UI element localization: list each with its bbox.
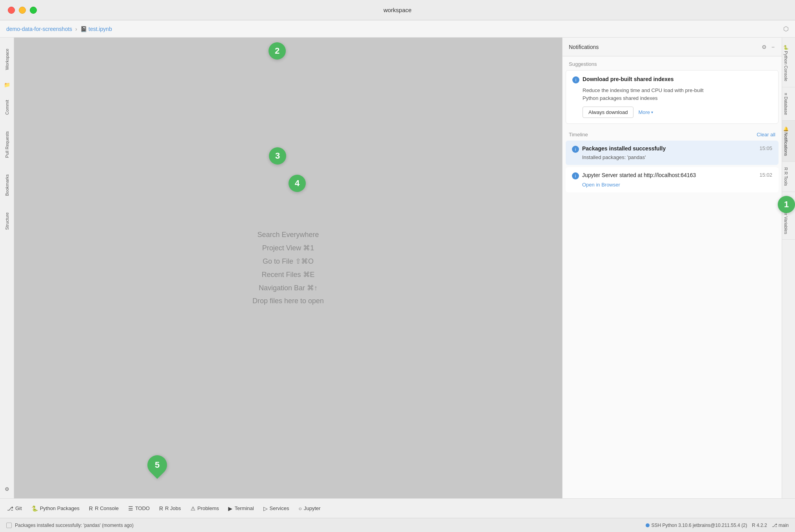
- right-tool-r-tools[interactable]: R R Tools: [782, 162, 795, 192]
- always-download-button[interactable]: Always download: [583, 107, 633, 118]
- step-badge-1: 1: [778, 196, 795, 213]
- toolbar-r-console[interactable]: R R Console: [85, 503, 123, 514]
- bottom-toolbar: ⎇ Git 🐍 Python Packages R R Console ☰ TO…: [0, 498, 795, 518]
- status-message: Packages installed successfully: 'pandas…: [15, 523, 134, 528]
- content-area: 3 4 Search Everywhere Project View ⌘1 Go…: [14, 38, 562, 498]
- timeline-item-title-2: Jupyter Server started at http://localho…: [582, 172, 696, 178]
- timeline-item-header-1: i Packages installed successfully 15:05: [572, 145, 772, 153]
- info-icon-jupyter: i: [572, 172, 579, 179]
- python-console-icon: 🐍: [784, 45, 788, 50]
- timeline-label: Timeline: [569, 132, 588, 138]
- status-left: Packages installed successfully: 'pandas…: [6, 523, 134, 528]
- project-view: Project View ⌘1: [262, 244, 314, 252]
- toolbar-problems[interactable]: ⚠ Problems: [187, 503, 223, 514]
- clear-all-button[interactable]: Clear all: [757, 132, 775, 138]
- right-tool-python-console[interactable]: 🐍 Python Console: [782, 39, 795, 87]
- timeline-title-row-2: i Jupyter Server started at http://local…: [572, 172, 756, 179]
- status-bar: Packages installed successfully: 'pandas…: [0, 518, 795, 532]
- breadcrumb-bar: demo-data-for-screenshots › 📓 test.ipynb…: [0, 20, 795, 38]
- timeline-title-row-1: i Packages installed successfully: [572, 145, 756, 153]
- git-label: Git: [15, 505, 22, 511]
- breadcrumb-separator: ›: [75, 26, 77, 32]
- jupyter-icon: ○: [298, 505, 301, 512]
- sidebar-item-settings[interactable]: ⚙: [1, 483, 13, 495]
- main-layout: Workspace 📁 Commit Pull Requests Bookmar…: [0, 38, 795, 498]
- suggestion-actions: Always download More ▾: [572, 107, 772, 118]
- breadcrumb-project[interactable]: demo-data-for-screenshots: [6, 26, 72, 32]
- toolbar-jupyter[interactable]: ○ Jupyter: [294, 503, 324, 514]
- toolbar-python-packages[interactable]: 🐍 Python Packages: [27, 503, 83, 514]
- drop-files: Drop files here to open: [252, 297, 324, 305]
- r-jobs-icon: R: [159, 505, 163, 512]
- settings-icon[interactable]: ⚙: [761, 43, 768, 51]
- right-tool-database[interactable]: ≡ Database: [782, 87, 795, 121]
- timeline-item-header-2: i Jupyter Server started at http://local…: [572, 172, 772, 179]
- step-badge-4: 4: [289, 175, 306, 192]
- close-button[interactable]: [8, 7, 15, 14]
- terminal-label: Terminal: [234, 505, 254, 511]
- terminal-icon: ▶: [228, 505, 232, 512]
- sidebar-item-commit[interactable]: Commit: [0, 92, 14, 123]
- git-branch[interactable]: ⎇ main: [772, 523, 789, 528]
- toolbar-git[interactable]: ⎇ Git: [3, 503, 26, 514]
- notifications-panel: 2 Notifications ⚙ − Suggestions i Downlo…: [562, 38, 782, 498]
- share-icon[interactable]: ⬡: [783, 25, 789, 33]
- timeline-time-1: 15:05: [759, 145, 772, 151]
- suggestion-description: Reduce the indexing time and CPU load wi…: [572, 87, 772, 102]
- timeline-time-2: 15:02: [759, 172, 772, 178]
- status-checkbox[interactable]: [6, 523, 12, 528]
- todo-icon: ☰: [128, 505, 133, 512]
- navigation-bar: Navigation Bar ⌘↑: [259, 284, 318, 292]
- toolbar-terminal[interactable]: ▶ Terminal: [224, 503, 258, 514]
- problems-label: Problems: [198, 505, 219, 511]
- recent-files: Recent Files ⌘E: [261, 270, 314, 279]
- notifications-title: Notifications: [569, 44, 599, 50]
- sidebar-item-pull-requests[interactable]: Pull Requests: [0, 123, 14, 166]
- ssh-indicator: [646, 523, 650, 527]
- right-tool-notifications[interactable]: 🔔 Notifications: [782, 121, 795, 162]
- r-console-icon: R: [89, 505, 93, 512]
- chevron-down-icon: ▾: [651, 110, 653, 114]
- r-console-label: R Console: [95, 505, 119, 511]
- step-badge-3: 3: [269, 147, 286, 165]
- notifications-icon: 🔔: [784, 126, 788, 131]
- window-title: workspace: [383, 7, 412, 13]
- status-ssh[interactable]: SSH Python 3.10.6 jetbrains@10.211.55.4 …: [646, 523, 747, 528]
- info-icon: i: [572, 76, 579, 83]
- info-icon-packages: i: [572, 146, 579, 153]
- step-badge-2: 2: [269, 42, 286, 60]
- r-version: R 4.2.2: [752, 523, 767, 528]
- close-panel-icon[interactable]: −: [771, 43, 775, 51]
- file-icon: 📓: [80, 26, 87, 32]
- database-icon: ≡: [784, 93, 788, 95]
- file-name: test.ipynb: [89, 26, 112, 32]
- sidebar-item-structure[interactable]: Structure: [0, 204, 14, 238]
- timeline-item-desc-1: Installed packages: 'pandas': [572, 154, 772, 160]
- more-button[interactable]: More ▾: [638, 109, 653, 115]
- sidebar-item-workspace[interactable]: Workspace: [0, 41, 14, 78]
- sidebar-item-bookmarks[interactable]: Bookmarks: [0, 166, 14, 204]
- problems-icon: ⚠: [191, 505, 196, 512]
- search-overlay: Search Everywhere Project View ⌘1 Go to …: [252, 231, 324, 305]
- search-everywhere: Search Everywhere: [257, 231, 319, 239]
- r-jobs-label: R Jobs: [165, 505, 181, 511]
- titlebar: workspace: [0, 0, 795, 20]
- timeline-item-packages: i Packages installed successfully 15:05 …: [566, 141, 779, 165]
- status-right: SSH Python 3.10.6 jetbrains@10.211.55.4 …: [646, 523, 789, 528]
- go-to-file: Go to File ⇧⌘O: [263, 257, 314, 266]
- suggestion-title: Download pre-built shared indexes: [583, 76, 674, 82]
- step-badge-5: 5: [147, 455, 167, 475]
- fullscreen-button[interactable]: [30, 7, 37, 14]
- suggestions-label: Suggestions: [563, 56, 782, 70]
- sidebar-item-folder[interactable]: 📁: [1, 79, 13, 91]
- ssh-label: SSH Python 3.10.6 jetbrains@10.211.55.4 …: [652, 523, 747, 528]
- toolbar-r-jobs[interactable]: R R Jobs: [155, 503, 185, 514]
- open-in-browser-link[interactable]: Open in Browser: [572, 182, 772, 188]
- python-packages-label: Python Packages: [40, 505, 80, 511]
- breadcrumb-file[interactable]: 📓 test.ipynb: [80, 26, 112, 32]
- python-packages-icon: 🐍: [31, 505, 38, 512]
- toolbar-todo[interactable]: ☰ TODO: [124, 503, 154, 514]
- minimize-button[interactable]: [19, 7, 26, 14]
- git-icon: ⎇: [7, 505, 13, 512]
- toolbar-services[interactable]: ▷ Services: [260, 503, 293, 514]
